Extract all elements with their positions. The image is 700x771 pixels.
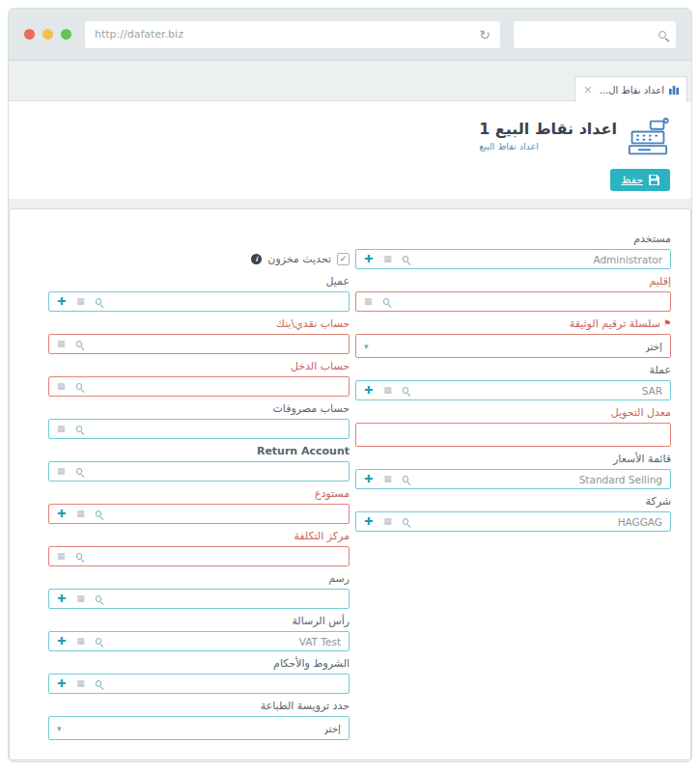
field-label: عملة: [355, 364, 671, 376]
field-terms: الشروط والأحكام ✚ ▦: [48, 657, 350, 694]
search-icon[interactable]: [76, 341, 83, 347]
info-icon[interactable]: i: [251, 254, 262, 264]
page-subtitle[interactable]: اعداد نقاط البيع: [479, 141, 617, 151]
field-label: عميل: [48, 275, 350, 288]
income-account-link-input[interactable]: ▦: [48, 376, 350, 397]
grid-icon[interactable]: ▦: [57, 467, 66, 476]
doctype-icon: [669, 85, 679, 95]
cost-center-link-input[interactable]: ▦: [48, 546, 350, 566]
grid-icon[interactable]: ▦: [76, 297, 85, 306]
update-stock-label: تحديث مخزون: [267, 253, 331, 265]
minimize-window-button[interactable]: [42, 29, 53, 40]
browser-chrome: http://dafater.biz ↻: [9, 9, 691, 61]
grid-icon[interactable]: ▦: [57, 552, 66, 561]
grid-icon[interactable]: ▦: [76, 594, 85, 603]
grid-icon[interactable]: ▦: [57, 340, 66, 348]
search-icon[interactable]: [96, 510, 102, 517]
tab-label: اعداد نقاط ال...: [600, 85, 664, 96]
search-icon[interactable]: [76, 468, 83, 475]
field-label: حساب نقدي\بنك: [48, 317, 350, 330]
warehouse-link-input[interactable]: ✚ ▦: [48, 504, 350, 524]
user-link-input[interactable]: Administrator ✚ ▦: [355, 249, 671, 269]
grid-icon[interactable]: ▦: [57, 382, 66, 391]
grid-icon[interactable]: ▦: [76, 679, 85, 688]
add-new-icon[interactable]: ✚: [57, 636, 66, 647]
refresh-icon[interactable]: ↻: [479, 28, 490, 41]
url-bar[interactable]: http://dafater.biz ↻: [85, 21, 500, 48]
search-icon[interactable]: [403, 518, 409, 525]
company-link-input[interactable]: HAGGAG ✚ ▦: [355, 511, 671, 532]
field-territory: إقليم ▦: [355, 275, 671, 312]
cash-register-icon: [626, 117, 670, 157]
add-new-icon[interactable]: ✚: [57, 678, 66, 689]
territory-link-input[interactable]: ▦: [355, 291, 671, 312]
window-controls: [24, 29, 71, 40]
naming-series-select[interactable]: إختر ▾: [355, 334, 671, 358]
add-new-icon[interactable]: ✚: [364, 385, 373, 396]
chevron-down-icon: ▾: [57, 724, 62, 733]
field-naming-series: ⚑ سلسلة ترقيم الوثيقة إختر ▾: [355, 317, 671, 358]
terms-link-input[interactable]: ✚ ▦: [48, 674, 350, 694]
customer-link-input[interactable]: ✚ ▦: [48, 291, 350, 312]
tab-pos-profile[interactable]: اعداد نقاط ال... ×: [574, 76, 687, 102]
search-icon[interactable]: [76, 383, 83, 390]
field-label: قائمة الأسعار: [355, 453, 671, 465]
field-label: حساب الدخل: [48, 360, 350, 372]
field-label: Return Account: [48, 445, 350, 457]
add-new-icon[interactable]: ✚: [364, 254, 373, 264]
add-new-icon[interactable]: ✚: [364, 516, 373, 527]
charge-link-input[interactable]: ✚ ▦: [48, 589, 350, 609]
currency-link-input[interactable]: SAR ✚ ▦: [355, 380, 671, 400]
add-new-icon[interactable]: ✚: [57, 509, 66, 519]
grid-icon[interactable]: ▦: [364, 297, 373, 306]
expense-account-link-input[interactable]: ▦: [48, 419, 350, 439]
close-window-button[interactable]: [24, 29, 35, 40]
grid-icon[interactable]: ▦: [383, 517, 392, 526]
return-account-link-input[interactable]: ▦: [48, 461, 350, 482]
field-label: ⚑ سلسلة ترقيم الوثيقة: [355, 317, 671, 330]
field-label: رأس الرسالة: [48, 615, 350, 627]
close-icon[interactable]: ×: [583, 83, 593, 96]
field-customer: عميل ✚ ▦: [48, 275, 350, 312]
add-new-icon[interactable]: ✚: [57, 296, 66, 307]
search-icon[interactable]: [96, 638, 102, 645]
search-icon[interactable]: [76, 553, 83, 560]
conversion-rate-input[interactable]: [355, 423, 671, 447]
add-new-icon[interactable]: ✚: [364, 474, 373, 484]
save-button[interactable]: حفظ: [610, 169, 670, 191]
search-icon[interactable]: [96, 595, 102, 602]
field-label: معدل التحويل: [355, 406, 671, 419]
page-title: اعداد نقاط البيع 1: [479, 120, 617, 138]
browser-search-input[interactable]: [514, 21, 676, 48]
field-label: حساب مصروفات: [48, 402, 350, 415]
grid-icon[interactable]: ▦: [383, 475, 392, 483]
price-list-link-input[interactable]: Standard Selling ✚ ▦: [355, 469, 671, 489]
field-return-account: Return Account ▦: [48, 445, 350, 482]
grid-icon[interactable]: ▦: [76, 637, 85, 646]
field-value: HAGGAG: [618, 516, 662, 528]
title-row: اعداد نقاط البيع 1 اعداد نقاط البيع: [30, 117, 670, 157]
search-icon[interactable]: [403, 476, 409, 482]
form-column-right: مستخدم Administrator ✚ ▦ إقليم: [355, 233, 671, 746]
maximize-window-button[interactable]: [61, 29, 71, 40]
grid-icon[interactable]: ▦: [76, 509, 85, 518]
field-label: مستخدم: [355, 233, 671, 245]
field-update-stock: ✓ تحديث مخزون i: [48, 249, 350, 269]
search-icon[interactable]: [383, 298, 390, 305]
selected-value: إختر: [645, 341, 662, 352]
field-company: شركة HAGGAG ✚ ▦: [355, 495, 671, 532]
update-stock-checkbox[interactable]: ✓: [337, 253, 350, 265]
print-heading-select[interactable]: إختر ▾: [48, 716, 350, 740]
search-icon[interactable]: [76, 426, 83, 432]
cash-bank-account-link-input[interactable]: ▦: [48, 334, 350, 354]
add-new-icon[interactable]: ✚: [57, 593, 66, 604]
search-icon[interactable]: [96, 680, 102, 687]
search-icon[interactable]: [403, 256, 409, 262]
grid-icon[interactable]: ▦: [57, 425, 66, 433]
grid-icon[interactable]: ▦: [383, 386, 392, 395]
field-conversion-rate: معدل التحويل: [355, 406, 671, 447]
search-icon[interactable]: [96, 298, 102, 305]
grid-icon[interactable]: ▦: [383, 255, 392, 263]
search-icon[interactable]: [403, 387, 409, 394]
letter-head-link-input[interactable]: VAT Test ✚ ▦: [48, 631, 350, 651]
